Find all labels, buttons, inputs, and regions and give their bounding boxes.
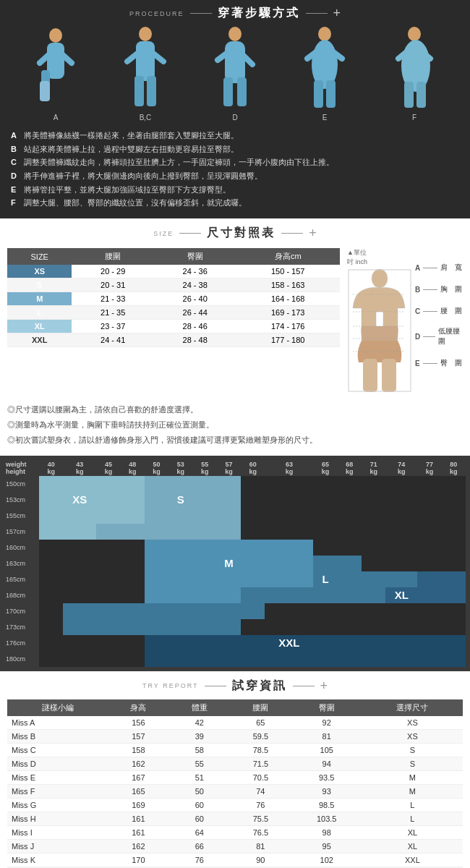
wh-cell-8-15 [442, 603, 466, 619]
wh-cell-3-3 [121, 524, 145, 540]
diagram-text-d: 低腰腰圍 [438, 326, 463, 346]
wh-cell-2-9 [265, 508, 313, 524]
size-s-label: S [7, 278, 72, 292]
try-cell-hip-0: 92 [291, 716, 362, 730]
try-cell-hip-8: 98 [291, 825, 362, 839]
try-cell-name-1: Miss B [7, 729, 108, 743]
wh-cell-11-13 [385, 651, 417, 667]
try-cell-size-10: XXL [362, 853, 463, 867]
wh-cell-6-6 [192, 571, 216, 587]
wh-cell-9-8 [241, 619, 265, 635]
wh-cell-11-14 [417, 651, 441, 667]
wh-cell-11-0 [39, 651, 63, 667]
try-cell-waist-4: 70.5 [230, 770, 291, 784]
procedure-steps: A 將美體褲像絲襪一樣捲起來，坐著由腿部套入雙腳拉至大腿。 B 站起來將美體褲上… [7, 129, 463, 210]
wh-cell-0-8 [241, 476, 265, 492]
size-notes: ◎尺寸選購以腰圍為主，請依自己喜歡的舒適度選擇。 ◎測量時為水平測量，胸圍下垂時… [7, 403, 463, 447]
try-cell-weight-4: 51 [169, 770, 230, 784]
wh-cell-9-13 [385, 619, 417, 635]
wh-weight-43: 43kg [63, 460, 96, 476]
size-xl-label: XL [7, 320, 72, 333]
diagram-letter-b: B [415, 286, 420, 294]
wh-cell-5-14 [417, 556, 441, 571]
wh-cell-6-11 [338, 571, 362, 587]
wh-cell-8-0 [39, 603, 63, 619]
wh-row-153: 153cmXSS [4, 492, 466, 508]
size-header-height: 身高cm [236, 248, 340, 265]
wh-cell-5-1 [63, 556, 96, 571]
svg-rect-15 [237, 77, 247, 106]
step-text-a: 將美體褲像絲襪一樣捲起來，坐著由腿部套入雙腳拉至大腿。 [24, 129, 239, 142]
wh-row-150: 150cm [4, 476, 466, 492]
wh-cell-4-2 [96, 540, 120, 556]
svg-rect-21 [326, 80, 336, 108]
wh-weight-55: 55kg [192, 460, 216, 476]
wh-cell-9-15 [442, 619, 466, 635]
try-cell-height-1: 157 [108, 729, 168, 743]
try-header-height: 身高 [108, 699, 168, 716]
size-xs-height: 150 - 157 [236, 265, 340, 278]
wh-cell-10-4 [145, 635, 168, 651]
wh-cell-9-10 [313, 619, 337, 635]
try-cell-height-0: 156 [108, 716, 168, 730]
try-header-name: 謎樣小編 [7, 699, 108, 716]
step-letter-b: B [11, 142, 20, 156]
wh-cell-10-6 [192, 635, 216, 651]
step-b: B 站起來將美體褲上拉，過程中雙腳左右扭動更容易拉至臀部。 [11, 142, 459, 156]
diagram-letter-c: C [415, 307, 420, 315]
try-cell-hip-7: 103.5 [291, 812, 362, 825]
wh-cell-2-4 [145, 508, 168, 524]
try-cell-size-7: L [362, 812, 463, 825]
wh-cell-6-10: L [313, 571, 337, 587]
wh-cell-1-13 [385, 492, 417, 508]
wh-cell-5-7: M [217, 556, 241, 571]
try-row-0: Miss A156426592XS [7, 716, 463, 730]
wh-cell-6-7 [217, 571, 241, 587]
try-cell-name-3: Miss D [7, 757, 108, 770]
size-l-height: 169 - 173 [236, 306, 340, 320]
wh-cell-0-4 [145, 476, 168, 492]
step-letter-f: F [11, 196, 20, 210]
step-text-b: 站起來將美體褲上拉，過程中雙腳左右扭動更容易拉至臀部。 [24, 142, 239, 156]
try-cell-weight-3: 55 [169, 757, 230, 770]
wh-cell-11-12 [362, 651, 385, 667]
size-xl-waist: 23 - 37 [72, 320, 154, 333]
wh-cell-0-7 [217, 476, 241, 492]
wh-cell-2-15 [442, 508, 466, 524]
wh-cell-10-1 [63, 635, 96, 651]
size-title: SIZE 尺寸對照表 + [7, 226, 463, 241]
diagram-line-c [423, 311, 437, 312]
try-cell-size-0: XS [362, 716, 463, 730]
wh-weight-45: 45kg [96, 460, 120, 476]
size-m-height: 164 - 168 [236, 292, 340, 306]
wh-row-180: 180cm [4, 651, 466, 667]
size-m-hip: 26 - 40 [154, 292, 236, 306]
try-header-waist: 腰圍 [230, 699, 291, 716]
svg-rect-8 [134, 76, 144, 106]
wh-cell-7-2 [96, 587, 120, 603]
plus-icon: + [333, 6, 341, 21]
wh-weight-57: 57kg [217, 460, 241, 476]
wh-cell-11-4 [145, 651, 168, 667]
try-row-10: Miss K1707690102XXL [7, 853, 463, 867]
wh-cell-1-11 [338, 492, 362, 508]
diagram-line-e [423, 363, 437, 364]
note-1: ◎尺寸選購以腰圍為主，請依自己喜歡的舒適度選擇。 [7, 403, 463, 417]
wh-cell-5-9 [265, 556, 313, 571]
wh-cell-1-5: S [168, 492, 192, 508]
try-cell-waist-3: 71.5 [230, 757, 291, 770]
size-title-zh: 尺寸對照表 [207, 226, 275, 241]
wh-cell-11-2 [96, 651, 120, 667]
wh-cell-2-7 [217, 508, 241, 524]
wh-cell-3-10 [313, 524, 337, 540]
wh-cell-1-9 [265, 492, 313, 508]
diagram-text-c: 腰 圍 [440, 306, 462, 316]
wh-cell-8-3 [121, 603, 145, 619]
try-header-weight: 體重 [169, 699, 230, 716]
wh-cell-6-1 [63, 571, 96, 587]
wh-cell-8-9 [265, 603, 313, 619]
wh-cell-4-4 [145, 540, 168, 556]
diagram-e: E 臀 圍 [415, 358, 463, 368]
diagram-text-a: 肩 寬 [440, 263, 462, 273]
wh-section: weightheight 40kg 43kg 45kg 48kg 50kg 53… [0, 456, 470, 671]
